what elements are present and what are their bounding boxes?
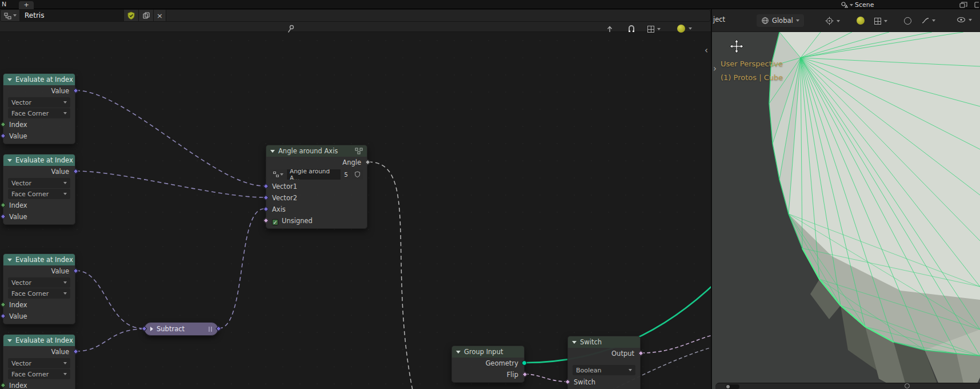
chevron-down-icon xyxy=(884,20,887,22)
node-evaluate-at-index-2[interactable]: Evaluate at Index Value Vector Face Corn… xyxy=(3,154,75,225)
browse-group-button[interactable] xyxy=(270,169,286,180)
new-workspace-tab[interactable]: + xyxy=(19,1,34,9)
node-title: Evaluate at Index xyxy=(15,256,73,264)
topbar-partial-text: N xyxy=(2,1,6,8)
domain-dropdown[interactable]: Face Corner xyxy=(8,108,70,118)
node-header[interactable]: Group Input xyxy=(452,346,524,358)
overlays-dropdown[interactable] xyxy=(677,25,692,33)
output-label: Value xyxy=(51,168,69,176)
geometry-output-socket[interactable] xyxy=(522,360,527,366)
node-group-input[interactable]: Group Input Geometry Flip xyxy=(451,346,525,383)
data-type-dropdown[interactable]: Vector xyxy=(8,178,70,188)
viewport-sidebar-toggle[interactable]: › xyxy=(713,65,717,72)
node-editor-sidebar-toggle[interactable]: ‹ xyxy=(705,47,708,54)
chevron-down-icon xyxy=(932,19,935,22)
node-tree-icon xyxy=(4,12,11,19)
up-arrow-icon xyxy=(605,25,614,33)
view-layer-icon[interactable] xyxy=(959,1,967,9)
unlink-button[interactable]: × xyxy=(154,10,166,21)
hidden-sockets-indicator xyxy=(209,327,212,332)
toggle-switch[interactable] xyxy=(726,384,739,389)
node-evaluate-at-index-1[interactable]: Evaluate at Index Value Vector Face Corn… xyxy=(3,73,75,144)
node-title: Switch xyxy=(580,338,602,346)
collapse-chevron-icon[interactable] xyxy=(572,341,577,344)
fake-user-toggle[interactable] xyxy=(351,169,363,180)
node-header[interactable]: Angle around Axis xyxy=(266,145,367,157)
search-icon[interactable] xyxy=(905,383,910,388)
output-label: Geometry xyxy=(486,359,518,367)
shield-icon xyxy=(354,171,361,178)
chevron-down-icon xyxy=(657,28,661,30)
viewport-mesh xyxy=(712,32,980,389)
chevron-down-icon xyxy=(63,112,67,114)
collapse-chevron-icon[interactable] xyxy=(456,351,461,354)
viewport-header: ject Global xyxy=(712,9,980,32)
collapse-chevron-icon[interactable] xyxy=(270,150,275,153)
input-label: Index xyxy=(9,121,27,129)
input-label: Value xyxy=(9,312,27,320)
users-count-button[interactable]: 5 xyxy=(341,169,351,180)
eye-icon xyxy=(957,16,966,23)
bottom-editor-header-partial xyxy=(715,383,980,389)
switch-type-dropdown[interactable]: Boolean xyxy=(573,365,635,375)
group-name-field[interactable]: Angle around A... xyxy=(287,169,341,180)
3d-viewport[interactable]: › User Perspective (1) Protos | Cube xyxy=(712,32,980,389)
falloff-curve-icon xyxy=(921,17,930,25)
node-subtract[interactable]: Subtract xyxy=(144,322,218,336)
pin-button[interactable] xyxy=(286,25,295,34)
dropdown-value: Vector xyxy=(11,360,31,367)
node-header[interactable]: Evaluate at Index xyxy=(3,254,75,265)
collapse-chevron-icon[interactable] xyxy=(7,159,12,162)
node-evaluate-at-index-3[interactable]: Evaluate at Index Value Vector Face Corn… xyxy=(3,253,75,324)
fake-user-shield-button[interactable] xyxy=(124,10,139,21)
browse-node-tree-button[interactable] xyxy=(1,10,20,21)
topbar: N + Scene xyxy=(0,0,980,9)
domain-dropdown[interactable]: Face Corner xyxy=(8,288,70,299)
node-header[interactable]: Evaluate at Index xyxy=(3,154,75,166)
snap-toggle-button[interactable] xyxy=(627,25,636,33)
node-header[interactable]: Switch xyxy=(568,336,640,348)
visibility-dropdown[interactable] xyxy=(957,16,972,23)
domain-dropdown[interactable]: Face Corner xyxy=(8,189,70,199)
falloff-dropdown[interactable] xyxy=(921,17,935,25)
unsigned-checkbox[interactable]: ✓ xyxy=(272,219,278,225)
proportional-editing-toggle[interactable] xyxy=(904,17,911,25)
node-tree-name-field[interactable]: Retris xyxy=(20,10,124,21)
expand-chevron-icon[interactable] xyxy=(150,327,153,331)
transform-orientation-dropdown[interactable]: Global xyxy=(757,14,804,27)
node-angle-around-axis[interactable]: Angle around Axis Angle Angle around A..… xyxy=(266,145,367,229)
chevron-down-icon xyxy=(796,19,799,22)
node-title: Evaluate at Index xyxy=(15,76,73,84)
mode-dropdown-partial[interactable]: ject xyxy=(713,15,725,23)
snap-toggle-active[interactable] xyxy=(857,17,865,25)
output-label: Value xyxy=(51,267,69,275)
chevron-down-icon xyxy=(63,281,67,284)
snap-mode-dropdown[interactable] xyxy=(647,26,661,33)
region-divider[interactable] xyxy=(711,9,712,389)
input-label: Index xyxy=(9,201,27,209)
data-type-dropdown[interactable]: Vector xyxy=(8,358,70,368)
node-evaluate-at-index-4[interactable]: Evaluate at Index Value Vector Face Corn… xyxy=(3,334,75,389)
node-header[interactable]: Evaluate at Index xyxy=(3,74,75,85)
node-header[interactable]: Evaluate at Index xyxy=(3,335,75,346)
node-tree-selector: Retris × xyxy=(0,9,711,22)
input-label: Axis xyxy=(272,205,286,213)
pivot-point-dropdown[interactable] xyxy=(825,17,840,25)
new-node-tree-button[interactable] xyxy=(139,10,154,21)
data-type-dropdown[interactable]: Vector xyxy=(8,277,70,288)
scene-name: Scene xyxy=(855,1,874,9)
input-label: Vector2 xyxy=(272,194,297,202)
domain-dropdown[interactable]: Face Corner xyxy=(8,369,70,379)
go-to-parent-tree-button[interactable] xyxy=(605,25,614,33)
snap-settings-dropdown[interactable] xyxy=(874,18,887,25)
mode-label: ject xyxy=(713,15,725,23)
dropdown-value: Vector xyxy=(11,99,31,106)
data-type-dropdown[interactable]: Vector xyxy=(8,97,70,108)
node-switch[interactable]: Switch Output Boolean Switch xyxy=(567,336,641,389)
node-tree-icon xyxy=(273,172,279,177)
collapse-chevron-icon[interactable] xyxy=(7,78,12,81)
scene-selector[interactable]: Scene xyxy=(841,1,874,9)
dropdown-value: Boolean xyxy=(576,367,602,374)
collapse-chevron-icon[interactable] xyxy=(7,259,12,261)
collapse-chevron-icon[interactable] xyxy=(7,339,12,342)
